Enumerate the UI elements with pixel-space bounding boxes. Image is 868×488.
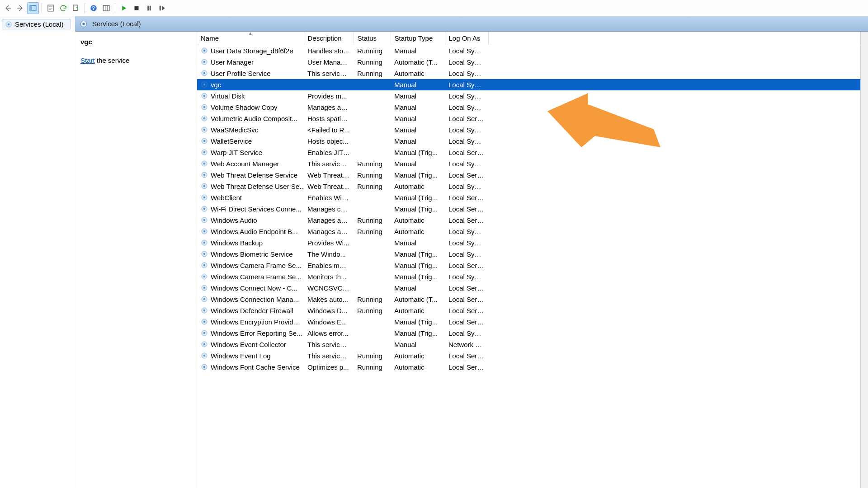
service-row[interactable]: Windows Encryption Provid...Windows E...…	[197, 316, 868, 328]
service-icon	[201, 262, 208, 269]
service-row[interactable]: WalletServiceHosts objec...ManualLocal S…	[197, 136, 868, 147]
service-description-cell: Manages an...	[304, 102, 354, 113]
stop-service-button[interactable]	[131, 2, 142, 14]
service-status-cell	[354, 328, 391, 339]
service-row[interactable]: Windows Biometric ServiceThe Windo...Man…	[197, 249, 868, 260]
nav-tree: Services (Local)	[0, 16, 73, 488]
service-row[interactable]: Virtual DiskProvides m...ManualLocal Sys…	[197, 90, 868, 102]
service-name-cell: User Manager	[211, 58, 254, 66]
pause-service-button[interactable]	[143, 2, 155, 14]
service-row[interactable]: Windows Error Reporting Se...Allows erro…	[197, 328, 868, 339]
service-logon-cell: Local Service	[445, 192, 488, 203]
service-row[interactable]: Windows Connection Mana...Makes auto...R…	[197, 294, 868, 305]
service-row[interactable]: Windows AudioManages au...RunningAutomat…	[197, 215, 868, 226]
service-row[interactable]: Windows Connect Now - C...WCNCSVC ...Man…	[197, 282, 868, 294]
start-service-text: Start the service	[80, 56, 191, 64]
service-icon	[201, 296, 208, 303]
service-startup-cell: Manual	[391, 339, 445, 350]
start-service-button[interactable]	[118, 2, 130, 14]
column-header-logon[interactable]: Log On As	[445, 32, 488, 45]
service-description-cell: Provides Wi...	[304, 237, 354, 249]
refresh-button[interactable]	[57, 2, 69, 14]
content-area: Services (Local) vgc Start the service ▲…	[73, 16, 868, 488]
service-row[interactable]: vgcManualLocal Syste...	[197, 79, 868, 90]
service-row[interactable]: WaaSMedicSvc<Failed to R...ManualLocal S…	[197, 124, 868, 136]
service-startup-cell: Automatic (T...	[391, 56, 445, 68]
service-name-cell: Windows Error Reporting Se...	[211, 329, 302, 337]
column-header-startup[interactable]: Startup Type	[391, 32, 445, 45]
service-startup-cell: Manual	[391, 102, 445, 113]
service-name-cell: Windows Font Cache Service	[211, 363, 300, 371]
service-description-cell: Hosts spatia...	[304, 113, 354, 124]
tree-item-services-local[interactable]: Services (Local)	[2, 19, 71, 29]
service-logon-cell: Local Syste...	[445, 136, 488, 147]
service-row[interactable]: Volume Shadow CopyManages an...ManualLoc…	[197, 102, 868, 113]
service-name-cell: Windows Connection Mana...	[211, 296, 299, 303]
service-logon-cell: Local Syste...	[445, 102, 488, 113]
export-button[interactable]	[70, 2, 82, 14]
service-row[interactable]: Web Threat Defense ServiceWeb Threat ...…	[197, 169, 868, 181]
service-row[interactable]: User ManagerUser Manag...RunningAutomati…	[197, 56, 868, 68]
service-status-cell	[354, 282, 391, 294]
service-description-cell: Manages co...	[304, 203, 354, 215]
service-row[interactable]: Web Threat Defense User Se...Web Threat …	[197, 181, 868, 192]
service-row[interactable]: Wi-Fi Direct Services Conne...Manages co…	[197, 203, 868, 215]
service-row[interactable]: Windows Event LogThis service ...Running…	[197, 350, 868, 361]
service-name-cell: Virtual Disk	[211, 92, 245, 100]
service-startup-cell: Automatic	[391, 68, 445, 79]
service-icon	[201, 307, 208, 314]
service-name-cell: User Profile Service	[211, 70, 271, 77]
service-startup-cell: Manual (Trig...	[391, 192, 445, 203]
column-header-name[interactable]: ▲Name	[197, 32, 304, 45]
restart-service-button[interactable]	[156, 2, 168, 14]
service-icon	[201, 329, 208, 337]
service-row[interactable]: Windows Audio Endpoint B...Manages au...…	[197, 226, 868, 237]
service-startup-cell: Manual (Trig...	[391, 203, 445, 215]
service-name-cell: User Data Storage_d8f6f2e	[211, 47, 293, 55]
column-header-description[interactable]: Description	[304, 32, 354, 45]
service-row[interactable]: Volumetric Audio Composit...Hosts spatia…	[197, 113, 868, 124]
toggle-tree-button[interactable]	[27, 2, 39, 14]
service-row[interactable]: Windows BackupProvides Wi...ManualLocal …	[197, 237, 868, 249]
nav-forward-button[interactable]	[14, 2, 26, 14]
service-row[interactable]: User Data Storage_d8f6f2eHandles sto...R…	[197, 45, 868, 56]
service-logon-cell: Local Syste...	[445, 68, 488, 79]
service-name-cell: Warp JIT Service	[211, 149, 262, 156]
svg-rect-1	[30, 5, 32, 11]
service-logon-cell: Local Service	[445, 316, 488, 328]
service-icon	[201, 183, 208, 190]
service-description-cell: Windows E...	[304, 316, 354, 328]
help-button[interactable]: ?	[88, 2, 99, 14]
service-row[interactable]: Windows Camera Frame Se...Monitors th...…	[197, 271, 868, 282]
nav-back-button[interactable]	[2, 2, 14, 14]
service-row[interactable]: Windows Event CollectorThis service ...M…	[197, 339, 868, 350]
service-logon-cell: Local Syste...	[445, 237, 488, 249]
service-row[interactable]: Windows Defender FirewallWindows D...Run…	[197, 305, 868, 316]
service-icon	[201, 363, 208, 371]
service-description-cell	[304, 79, 354, 90]
svg-point-66	[203, 332, 205, 334]
service-row[interactable]: Warp JIT ServiceEnables JIT ...Manual (T…	[197, 147, 868, 158]
column-header-status[interactable]: Status	[354, 32, 391, 45]
service-description-cell: Web Threat ...	[304, 169, 354, 181]
service-row[interactable]: Windows Camera Frame Se...Enables mul...…	[197, 260, 868, 271]
service-row[interactable]: WebClientEnables Win...Manual (Trig...Lo…	[197, 192, 868, 203]
service-startup-cell: Manual	[391, 136, 445, 147]
service-name-cell: WalletService	[211, 137, 252, 145]
service-row[interactable]: Windows Font Cache ServiceOptimizes p...…	[197, 361, 868, 373]
service-icon	[201, 103, 208, 111]
service-list[interactable]: ▲Name Description Status Startup Type Lo…	[197, 32, 868, 488]
service-row[interactable]: Web Account ManagerThis service ...Runni…	[197, 158, 868, 169]
service-icon	[201, 149, 208, 156]
service-status-cell	[354, 339, 391, 350]
service-name-cell: Web Account Manager	[211, 160, 279, 168]
choose-columns-button[interactable]	[100, 2, 112, 14]
service-status-cell: Running	[354, 45, 391, 56]
properties-button[interactable]	[45, 2, 57, 14]
service-status-cell	[354, 271, 391, 282]
start-service-link[interactable]: Start	[80, 56, 95, 64]
service-row[interactable]: User Profile ServiceThis service ...Runn…	[197, 68, 868, 79]
service-status-cell	[354, 203, 391, 215]
svg-point-18	[203, 61, 205, 63]
service-status-cell	[354, 260, 391, 271]
